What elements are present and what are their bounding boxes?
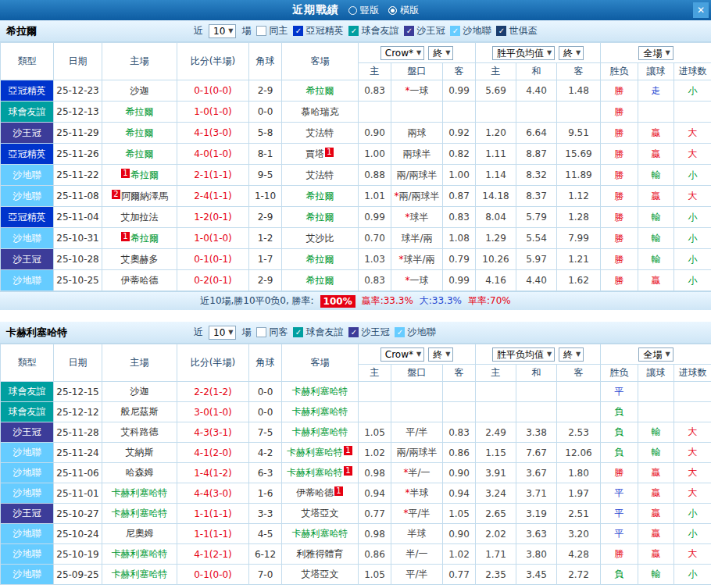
away-team[interactable]: 卡赫利塞哈特 (287, 447, 343, 458)
match-count-select[interactable]: 10▼ (209, 326, 236, 340)
corner-cell: 0-0 (249, 102, 282, 123)
odds-home: 0.77 (359, 504, 391, 524)
competition-filter[interactable]: ✓沙地聯 (395, 326, 435, 339)
home-team[interactable]: 艾加拉法 (121, 212, 159, 223)
table-head: 類型日期主場比分(半場)角球客場Crow*▼終▼胜平负均值▼終▼全場▼主盤口客主… (1, 43, 711, 80)
match-type-cell: 沙地聯 (1, 186, 54, 207)
scope-select[interactable]: 全場▼ (638, 347, 673, 362)
away-team[interactable]: 希拉爾 (306, 85, 334, 96)
odds-away: 0.90 (443, 463, 476, 483)
avg-time-select[interactable]: 終▼ (559, 46, 584, 60)
home-team[interactable]: 卡赫利塞哈特 (112, 508, 168, 519)
goals-result: 小 (674, 270, 711, 291)
competition-filter[interactable]: ✓球會友誼 (293, 326, 343, 339)
away-team[interactable]: 希拉爾 (306, 191, 334, 201)
avg-home: 2.49 (476, 422, 516, 443)
handicap-result: 贏 (638, 504, 674, 524)
home-team[interactable]: 艾科路德 (121, 426, 159, 437)
home-team[interactable]: 希拉爾 (126, 127, 154, 138)
away-team-cell: 卡赫利塞哈特1 (282, 443, 359, 463)
bookmaker-select[interactable]: Crow*▼ (381, 46, 424, 60)
competition-filter[interactable]: ✓世俱盃 (496, 24, 537, 37)
away-team[interactable]: 希拉爾 (306, 254, 334, 265)
away-team[interactable]: 艾法特 (306, 127, 334, 138)
competition-filter[interactable]: ✓沙地聯 (450, 24, 491, 37)
avg-draw: 6.64 (516, 123, 557, 144)
odds-time-select[interactable]: 終▼ (428, 347, 453, 362)
away-team[interactable]: 艾法特 (306, 169, 334, 180)
home-team[interactable]: 哈森姆 (126, 467, 154, 478)
same-venue-filter[interactable]: 同客 (256, 326, 288, 339)
away-team[interactable]: 利雅得體育 (297, 548, 344, 559)
avg-type-select[interactable]: 胜平负均值▼ (492, 46, 555, 60)
checkbox-checked-icon: ✓ (348, 26, 359, 36)
handicap-cell: 半球 (391, 524, 443, 544)
match-date: 25-12-12 (54, 402, 102, 422)
competition-filter[interactable]: ✓球會友誼 (348, 24, 398, 37)
close-icon[interactable]: ✕ (693, 2, 709, 18)
home-team[interactable]: 沙迦 (130, 386, 149, 397)
away-team[interactable]: 艾塔亞文 (302, 568, 339, 579)
home-team-cell: 卡赫利塞哈特 (102, 483, 177, 504)
away-team[interactable]: 卡赫利塞哈特 (292, 528, 348, 539)
away-team[interactable]: 卡赫利塞哈特 (292, 406, 348, 417)
home-team[interactable]: 卡赫利塞哈特 (112, 548, 168, 559)
layout-radio-horizontal[interactable]: 橫版 (388, 4, 419, 17)
home-team[interactable]: 沙迦 (130, 85, 149, 96)
match-type-cell: 沙地聯 (1, 463, 54, 483)
bookmaker-select[interactable]: Crow*▼ (381, 347, 424, 362)
home-team[interactable]: 希拉爾 (130, 169, 159, 180)
home-team[interactable]: 般尼茲斯 (121, 406, 159, 417)
odds-away: 0.79 (443, 249, 476, 270)
home-team[interactable]: 希拉爾 (130, 233, 159, 244)
away-team[interactable]: 艾沙比 (306, 233, 334, 244)
avg-away: 2.51 (557, 504, 601, 524)
red-card-badge: 1 (325, 148, 334, 157)
away-team[interactable]: 賈塔 (305, 148, 324, 159)
odds-home: 1.00 (359, 144, 391, 165)
away-team[interactable]: 艾塔亞文 (302, 508, 339, 519)
away-team[interactable]: 卡赫利塞哈特 (292, 386, 348, 397)
home-team[interactable]: 艾奧赫多 (121, 254, 159, 265)
home-team[interactable]: 艾納斯 (126, 447, 154, 458)
home-team[interactable]: 希拉爾 (126, 148, 154, 159)
away-team[interactable]: 希拉爾 (306, 212, 334, 223)
competition-filter[interactable]: ✓沙王冠 (404, 24, 445, 37)
away-team-cell: 希拉爾 (282, 270, 359, 291)
away-team[interactable]: 希拉爾 (306, 275, 334, 286)
home-team[interactable]: 伊蒂哈德 (121, 275, 159, 286)
odds-home: 0.94 (359, 483, 391, 504)
competition-filter[interactable]: ✓亞冠精英 (293, 24, 343, 37)
match-count-select[interactable]: 10▼ (209, 24, 236, 38)
handicap-text: 一球 (410, 275, 429, 286)
avg-home: 4.16 (476, 270, 516, 291)
section-header-bar: 希拉爾近10▼場同主✓亞冠精英✓球會友誼✓沙王冠✓沙地聯✓世俱盃 (0, 20, 711, 42)
match-result: 勝 (601, 80, 638, 102)
odds-away: 1.02 (443, 544, 476, 565)
match-row: 沙王冠25-11-28艾科路德4-3(3-1)7-5卡赫利塞哈特1.05平/半0… (1, 422, 711, 443)
home-team[interactable]: 阿爾納澤馬 (121, 191, 168, 201)
handicap-result: 走 (638, 80, 674, 102)
stats-summary: 近10場,勝10平0负0, 勝率:100%贏率:33.3%大:33.3%單率:7… (0, 291, 711, 310)
away-team[interactable]: 卡赫利塞哈特 (292, 426, 348, 437)
avg-time-select[interactable]: 終▼ (559, 347, 584, 362)
same-venue-filter[interactable]: 同主 (256, 24, 288, 37)
home-team[interactable]: 希拉爾 (126, 106, 154, 117)
handicap-cell: 兩球半 (391, 144, 443, 165)
odds-home: 0.70 (359, 228, 391, 249)
home-team[interactable]: 尼奧姆 (126, 528, 154, 539)
competition-filter[interactable]: ✓沙王冠 (348, 326, 389, 339)
away-team[interactable]: 慕哈瑞克 (302, 106, 339, 117)
away-team[interactable]: 卡赫利塞哈特 (287, 467, 343, 478)
avg-type-select[interactable]: 胜平负均值▼ (492, 347, 555, 362)
scope-select[interactable]: 全場▼ (638, 46, 673, 60)
away-team[interactable]: 伊蒂哈德 (296, 487, 334, 498)
match-type-cell: 沙王冠 (1, 422, 54, 443)
odds-time-select[interactable]: 終▼ (428, 46, 453, 60)
home-team[interactable]: 卡赫利塞哈特 (112, 487, 168, 498)
match-type-cell: 沙地聯 (1, 443, 54, 463)
home-team[interactable]: 卡赫利塞哈特 (112, 568, 168, 579)
layout-radio-vertical[interactable]: 豎版 (348, 4, 379, 17)
dialog-title: 近期戰績 (292, 3, 339, 17)
score-cell: 2-4(1-1) (177, 186, 249, 207)
